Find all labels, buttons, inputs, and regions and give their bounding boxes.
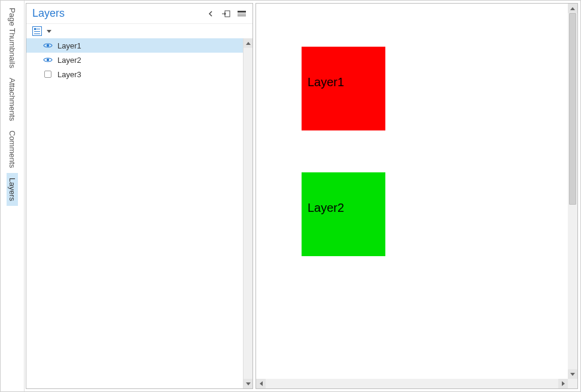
panel-title: Layers xyxy=(32,7,65,20)
scroll-up-button[interactable] xyxy=(568,4,577,13)
scroll-track[interactable] xyxy=(266,379,558,388)
scroll-track[interactable] xyxy=(244,48,253,379)
panel-toolbar xyxy=(26,24,253,38)
svg-point-5 xyxy=(47,59,49,61)
layer-row[interactable]: Layer3 xyxy=(26,67,253,81)
svg-rect-3 xyxy=(238,16,246,16)
collapse-icon[interactable] xyxy=(206,9,215,19)
scroll-right-button[interactable] xyxy=(558,379,568,388)
import-icon[interactable] xyxy=(221,9,231,19)
panel-header: Layers xyxy=(26,4,253,24)
vertical-scrollbar[interactable] xyxy=(568,4,577,379)
svg-rect-2 xyxy=(238,14,246,14)
hidden-box-icon[interactable] xyxy=(43,69,53,79)
layer1-box-label: Layer1 xyxy=(308,75,344,89)
scroll-track[interactable] xyxy=(568,205,577,369)
layer-name-label: Layer1 xyxy=(57,41,81,50)
scroll-up-button[interactable] xyxy=(244,38,253,48)
page-area[interactable]: Layer1 Layer2 xyxy=(256,4,568,379)
list-view-icon[interactable] xyxy=(32,26,42,36)
tab-attachments[interactable]: Attachments xyxy=(7,73,18,126)
svg-point-4 xyxy=(47,44,49,47)
layer2-box-label: Layer2 xyxy=(308,201,344,214)
tab-layers[interactable]: Layers xyxy=(7,173,18,206)
scrollbar-corner xyxy=(568,379,577,388)
layer-list: Layer1 Layer2 Layer3 xyxy=(26,38,253,388)
scroll-left-button[interactable] xyxy=(256,379,266,388)
scroll-down-button[interactable] xyxy=(568,369,577,379)
layer-name-label: Layer2 xyxy=(57,56,81,65)
options-icon[interactable] xyxy=(237,9,247,19)
eye-icon[interactable] xyxy=(43,55,53,65)
horizontal-scrollbar[interactable] xyxy=(256,379,568,388)
tab-comments[interactable]: Comments xyxy=(7,126,18,173)
layers-panel: Layers xyxy=(26,3,253,389)
tab-page-thumbnails[interactable]: Page Thumbnails xyxy=(7,3,18,73)
page: Layer1 Layer2 xyxy=(256,4,568,379)
layer-row[interactable]: Layer2 xyxy=(26,53,253,67)
svg-rect-1 xyxy=(238,11,246,13)
layer1-box: Layer1 xyxy=(302,47,385,130)
layer-row[interactable]: Layer1 xyxy=(26,38,253,53)
layer2-box: Layer2 xyxy=(302,172,385,256)
panel-scrollbar[interactable] xyxy=(243,38,253,388)
eye-icon[interactable] xyxy=(43,41,53,50)
document-viewport: Layer1 Layer2 xyxy=(255,3,578,389)
side-tabs: Page Thumbnails Attachments Comments Lay… xyxy=(1,1,25,391)
scroll-thumb[interactable] xyxy=(569,13,576,205)
scroll-down-button[interactable] xyxy=(244,379,253,388)
dropdown-icon[interactable] xyxy=(44,26,54,36)
layer-name-label: Layer3 xyxy=(57,70,81,79)
